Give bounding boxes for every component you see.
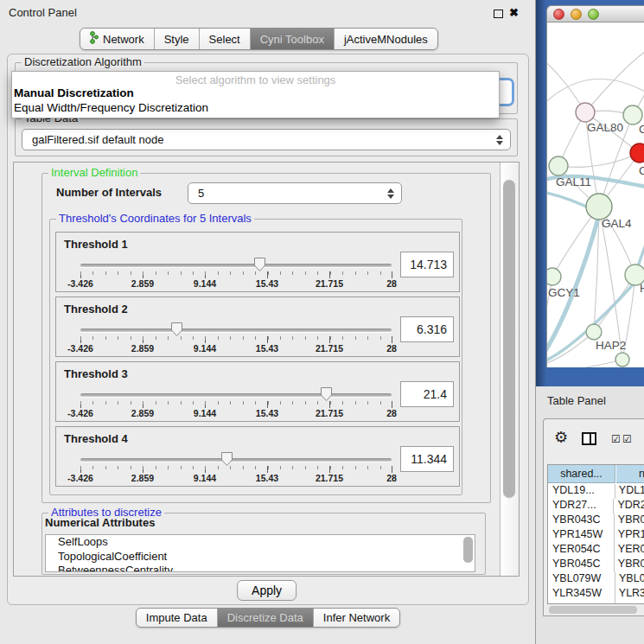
table-row[interactable]: YBL079WYBL0 xyxy=(548,572,644,587)
horizontal-scrollbar-thumb[interactable] xyxy=(549,606,637,614)
tab-infer-network[interactable]: Infer Network xyxy=(313,609,399,627)
zoom-traffic-light[interactable] xyxy=(588,9,599,20)
minimize-traffic-light[interactable] xyxy=(571,9,582,20)
table-row[interactable]: YDR27...YDR2 xyxy=(548,499,644,513)
tab-impute-data[interactable]: Impute Data xyxy=(137,609,217,627)
vertical-scrollbar-thumb[interactable] xyxy=(503,180,515,498)
bottom-tab-bar: Impute Data Discretize Data Infer Networ… xyxy=(0,608,536,628)
network-window-titlebar[interactable] xyxy=(546,5,644,22)
checkbox-icon[interactable]: ☑ xyxy=(622,433,632,445)
tab-jactivemnodules[interactable]: jActiveMNodules xyxy=(334,29,437,49)
interval-group-title: Interval Definition xyxy=(48,166,140,179)
threshold-1-slider-handle[interactable] xyxy=(253,257,266,272)
threshold-4-slider-handle[interactable] xyxy=(220,451,233,467)
float-window-icon[interactable] xyxy=(494,10,503,18)
node-label-partial-h: H xyxy=(640,282,644,295)
threshold-4-panel: Threshold 4 -3.426 2.859 9.144 15.43 21.… xyxy=(55,426,460,487)
checkbox-icon[interactable]: ☑ xyxy=(611,433,621,445)
top-tab-bar: Network Style Select Cyni Toolbox jActiv… xyxy=(80,28,438,50)
list-item[interactable]: BetweennessCentrality xyxy=(46,564,475,572)
table-row[interactable]: YLR345WYLR3 xyxy=(548,587,644,602)
table-row[interactable]: YBR045CYBR0 xyxy=(548,558,644,572)
threshold-4-value-field[interactable]: 11.344 xyxy=(400,446,454,472)
network-graph: GAL80 G GAL11 C GAL4 GCY1 H HAP2 xyxy=(547,22,644,367)
column-header-shared-name[interactable]: shared... xyxy=(548,465,615,483)
tab-cyni-toolbox[interactable]: Cyni Toolbox xyxy=(250,29,334,49)
threshold-4-slider[interactable] xyxy=(80,458,392,462)
threshold-1-panel: Threshold 1 -3.426 2.859 9.144 15.43 21.… xyxy=(55,232,460,292)
thresholds-group-title: Threshold's Coordinates for 5 Intervals xyxy=(56,212,254,225)
tab-network-label: Network xyxy=(103,33,144,46)
algorithm-dropdown-popup: Select algorithm to view settings Manual… xyxy=(11,71,500,118)
node-partial-top-right[interactable] xyxy=(623,105,642,124)
numerical-attributes-list: SelfLoops TopologicalCoefficient Between… xyxy=(45,534,475,572)
column-header-name[interactable]: n xyxy=(616,465,644,483)
attributes-group-title: Attributes to discretize xyxy=(48,506,164,519)
table-row[interactable]: YIL052CYIL0 xyxy=(548,602,644,604)
network-icon xyxy=(90,31,99,47)
table-data-value: galFiltered.sif default node xyxy=(32,133,163,146)
tab-select[interactable]: Select xyxy=(199,29,250,49)
thresholds-group: Threshold 1 -3.426 2.859 9.144 15.43 21.… xyxy=(49,219,462,495)
list-item[interactable]: TopologicalCoefficient xyxy=(46,550,475,564)
node-label-gal80: GAL80 xyxy=(587,121,623,134)
table-row[interactable]: YPR145WYPR1 xyxy=(548,528,644,543)
table-data-combobox[interactable]: galFiltered.sif default node xyxy=(22,129,511,150)
popup-placeholder: Select algorithm to view settings xyxy=(12,73,499,86)
horizontal-scrollbar[interactable] xyxy=(547,605,644,615)
vertical-scrollbar[interactable] xyxy=(500,163,519,576)
threshold-1-slider[interactable] xyxy=(80,264,392,267)
close-traffic-light[interactable] xyxy=(553,9,564,20)
window-frame-edge xyxy=(536,0,546,386)
apply-button[interactable]: Apply xyxy=(237,580,296,601)
threshold-2-value-field[interactable]: 6.316 xyxy=(400,316,454,342)
close-icon[interactable]: ✖ xyxy=(509,6,519,19)
node-bottom-partial[interactable] xyxy=(615,353,629,367)
node-table: shared... n YDL19...YDL1 YDR27...YDR2 YB… xyxy=(547,464,644,604)
table-panel-title: Table Panel xyxy=(547,394,606,407)
node-gal80[interactable] xyxy=(576,103,595,122)
num-intervals-label: Number of Intervals xyxy=(56,186,162,199)
threshold-3-slider[interactable] xyxy=(80,393,392,397)
stepper-arrows-icon xyxy=(387,188,394,199)
tab-network[interactable]: Network xyxy=(80,29,154,49)
threshold-3-slider-handle[interactable] xyxy=(320,386,333,402)
table-row[interactable]: YDL19...YDL1 xyxy=(548,484,644,499)
list-item[interactable]: SelfLoops xyxy=(46,535,475,550)
cyni-toolbox-panel: Discretization Algorithm Table Data galF… xyxy=(7,54,529,605)
threshold-2-slider-handle[interactable] xyxy=(170,322,183,337)
table-row[interactable]: YER054CYER0 xyxy=(548,543,644,558)
panel-title: Control Panel xyxy=(9,6,77,19)
node-hap2[interactable] xyxy=(586,324,602,340)
node-red-selected[interactable] xyxy=(630,143,644,163)
popup-item-manual[interactable]: Manual Discretization xyxy=(14,86,134,99)
form-scroll-area: Interval Definition Number of Intervals … xyxy=(13,162,520,577)
algorithm-group-title: Discretization Algorithm xyxy=(22,55,144,68)
node-gcy1[interactable] xyxy=(547,268,561,285)
list-scrollbar-thumb[interactable] xyxy=(463,537,473,563)
node-gal4[interactable] xyxy=(586,194,612,220)
interval-group: Number of Intervals 5 Threshold's Coordi… xyxy=(41,173,491,503)
node-label-partial-g: G xyxy=(639,123,644,136)
threshold-2-slider[interactable] xyxy=(80,328,392,332)
node-label-gal4: GAL4 xyxy=(602,217,632,230)
table-panel-window: ⚙ ☑ ☑ shared... n YDL19...YDL1 YDR27...Y… xyxy=(543,418,644,616)
node-label-hap2: HAP2 xyxy=(596,339,626,352)
node-label-gal11: GAL11 xyxy=(556,175,591,188)
network-canvas[interactable]: GAL80 G GAL11 C GAL4 GCY1 H HAP2 xyxy=(546,22,644,367)
threshold-3-panel: Threshold 3 -3.426 2.859 9.144 15.43 21.… xyxy=(55,361,460,422)
tab-style[interactable]: Style xyxy=(154,29,199,49)
popup-item-equal-width[interactable]: Equal Width/Frequency Discretization xyxy=(14,101,208,114)
num-intervals-spinner[interactable]: 5 xyxy=(188,182,402,204)
threshold-1-value-field[interactable]: 14.713 xyxy=(400,252,454,277)
split-columns-icon[interactable] xyxy=(582,432,596,445)
stepper-arrows-icon xyxy=(496,135,503,145)
node-label-partial-c: C xyxy=(639,164,644,177)
threshold-3-value-field[interactable]: 21.4 xyxy=(400,381,454,407)
table-row[interactable]: YBR043CYBR0 xyxy=(548,513,644,528)
tab-discretize-data[interactable]: Discretize Data xyxy=(217,609,313,627)
num-intervals-value: 5 xyxy=(198,187,204,200)
gear-icon[interactable]: ⚙ xyxy=(554,428,568,447)
node-label-gcy1: GCY1 xyxy=(548,286,580,299)
node-gal11[interactable] xyxy=(549,156,568,175)
